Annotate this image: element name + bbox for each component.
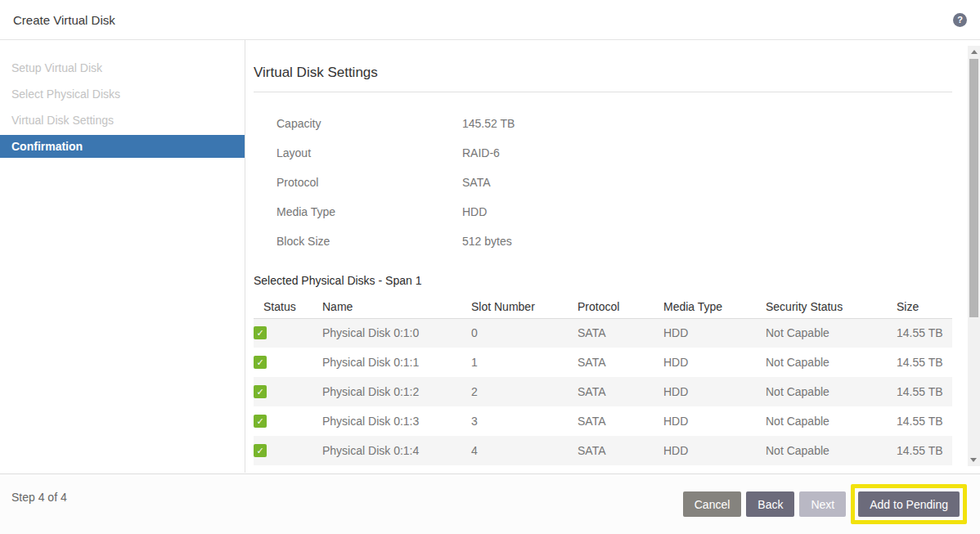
selected-checkbox-icon[interactable]	[254, 415, 267, 428]
disk-size-cell: 14.55 TB	[897, 377, 952, 406]
disk-protocol-cell: SATA	[578, 318, 663, 348]
disk-protocol-cell: SATA	[578, 406, 663, 436]
page-title: Create Virtual Disk	[13, 13, 115, 27]
selected-checkbox-icon[interactable]	[254, 356, 267, 369]
disk-size-cell: 14.55 TB	[897, 436, 952, 465]
wizard-step-label: Select Physical Disks	[11, 88, 120, 101]
scroll-down-icon[interactable]	[970, 458, 977, 462]
wizard-step-item[interactable]: Virtual Disk Settings	[0, 107, 245, 133]
column-header-slot: Slot Number	[471, 295, 578, 318]
disk-status-cell	[254, 348, 322, 377]
disk-security-cell: Not Capable	[766, 318, 897, 348]
disk-slot-cell: 4	[471, 436, 578, 465]
help-icon[interactable]	[953, 13, 967, 27]
scroll-up-icon[interactable]	[971, 50, 978, 54]
disk-name-cell: Physical Disk 0:1:1	[322, 348, 471, 377]
wizard-step-label: Setup Virtual Disk	[11, 61, 102, 74]
disk-status-cell	[254, 406, 322, 436]
setting-label: Media Type	[254, 205, 462, 218]
column-header-status: Status	[254, 295, 322, 318]
disk-name-cell: Physical Disk 0:1:0	[322, 318, 471, 348]
disk-slot-cell: 2	[471, 377, 578, 406]
disk-security-cell: Not Capable	[766, 436, 897, 465]
setting-label: Protocol	[254, 176, 462, 189]
column-header-security: Security Status	[766, 295, 897, 318]
selected-checkbox-icon[interactable]	[254, 444, 267, 457]
disk-size-cell: 14.55 TB	[897, 348, 952, 377]
wizard-step-label: Virtual Disk Settings	[11, 114, 114, 127]
selected-checkbox-icon[interactable]	[254, 326, 267, 339]
disk-status-cell	[254, 436, 322, 465]
disk-protocol-cell: SATA	[578, 436, 663, 465]
disk-name-cell: Physical Disk 0:1:4	[322, 436, 471, 465]
setting-label: Capacity	[254, 117, 462, 130]
step-indicator: Step 4 of 4	[11, 491, 67, 504]
physical-disk-row: Physical Disk 0:1:2 2 SATA HDD Not Capab…	[254, 377, 952, 406]
wizard-step-item[interactable]: Select Physical Disks	[0, 81, 245, 107]
setting-row: Protocol SATA	[254, 168, 952, 197]
physical-disk-row: Physical Disk 0:1:3 3 SATA HDD Not Capab…	[254, 406, 952, 436]
wizard-step-label: Confirmation	[11, 140, 83, 153]
selected-disks-table-header: Status Name Slot Number Protocol Media T…	[254, 295, 952, 318]
selected-checkbox-icon[interactable]	[254, 385, 267, 398]
selected-disks-section-title: Selected Physical Disks - Span 1	[254, 274, 952, 287]
wizard-step-item[interactable]: Setup Virtual Disk	[0, 55, 245, 81]
add-to-pending-button[interactable]: Add to Pending	[858, 491, 960, 517]
cancel-button[interactable]: Cancel	[683, 491, 742, 517]
disk-status-cell	[254, 377, 322, 406]
column-header-protocol: Protocol	[578, 295, 663, 318]
column-header-name: Name	[322, 295, 471, 318]
physical-disk-row: Physical Disk 0:1:0 0 SATA HDD Not Capab…	[254, 318, 952, 348]
disk-protocol-cell: SATA	[578, 377, 663, 406]
column-header-size: Size	[897, 295, 952, 318]
dialog-body: Setup Virtual Disk Select Physical Disks…	[0, 40, 980, 473]
disk-name-cell: Physical Disk 0:1:3	[322, 406, 471, 436]
section-heading: Virtual Disk Settings	[254, 40, 952, 92]
scrollbar-thumb[interactable]	[969, 59, 978, 317]
setting-value: 145.52 TB	[462, 117, 952, 130]
setting-label: Block Size	[254, 235, 462, 248]
disk-media-cell: HDD	[663, 377, 766, 406]
disk-security-cell: Not Capable	[766, 406, 897, 436]
virtual-disk-settings-list: Capacity 145.52 TB Layout RAID-6 Protoco…	[254, 109, 952, 256]
setting-value: RAID-6	[462, 146, 952, 159]
selected-disks-table: Status Name Slot Number Protocol Media T…	[254, 295, 952, 465]
wizard-step-item[interactable]: Confirmation	[0, 135, 245, 158]
footer-buttons: Cancel Back Next Add to Pending	[683, 484, 967, 524]
dialog-header: Create Virtual Disk	[0, 0, 980, 40]
column-header-media: Media Type	[663, 295, 766, 318]
disk-security-cell: Not Capable	[766, 377, 897, 406]
disk-status-cell	[254, 318, 322, 348]
disk-size-cell: 14.55 TB	[897, 406, 952, 436]
disk-media-cell: HDD	[663, 436, 766, 465]
physical-disk-row: Physical Disk 0:1:4 4 SATA HDD Not Capab…	[254, 436, 952, 465]
back-button[interactable]: Back	[746, 491, 794, 517]
setting-row: Layout RAID-6	[254, 138, 952, 168]
next-button[interactable]: Next	[799, 491, 846, 517]
disk-size-cell: 14.55 TB	[897, 318, 952, 348]
disk-media-cell: HDD	[663, 348, 766, 377]
disk-slot-cell: 3	[471, 406, 578, 436]
physical-disk-row: Physical Disk 0:1:1 1 SATA HDD Not Capab…	[254, 348, 952, 377]
disk-slot-cell: 1	[471, 348, 578, 377]
wizard-steps-sidebar: Setup Virtual Disk Select Physical Disks…	[0, 40, 245, 473]
confirmation-panel: Virtual Disk Settings Capacity 145.52 TB…	[245, 40, 980, 473]
disk-protocol-cell: SATA	[578, 348, 663, 377]
disk-media-cell: HDD	[663, 406, 766, 436]
disk-media-cell: HDD	[663, 318, 766, 348]
disk-security-cell: Not Capable	[766, 348, 897, 377]
setting-row: Media Type HDD	[254, 197, 952, 227]
setting-value: HDD	[462, 205, 952, 218]
highlight-annotation-box: Add to Pending	[851, 484, 967, 524]
setting-row: Block Size 512 bytes	[254, 227, 952, 256]
setting-value: SATA	[462, 176, 952, 189]
wizard-footer: Step 4 of 4 Cancel Back Next Add to Pend…	[0, 473, 980, 534]
vertical-scrollbar[interactable]	[968, 46, 980, 466]
setting-row: Capacity 145.52 TB	[254, 109, 952, 138]
disk-slot-cell: 0	[471, 318, 578, 348]
setting-value: 512 bytes	[462, 235, 952, 248]
setting-label: Layout	[254, 146, 462, 159]
disk-name-cell: Physical Disk 0:1:2	[322, 377, 471, 406]
